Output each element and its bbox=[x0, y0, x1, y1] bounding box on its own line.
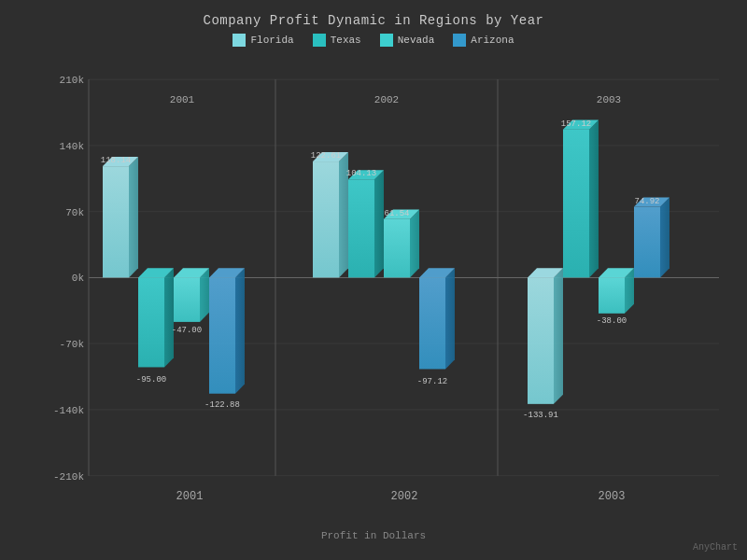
x-axis-label: Profit in Dollars bbox=[0, 530, 747, 541]
svg-marker-21 bbox=[129, 157, 138, 277]
chart-legend: Florida Texas Nevada Arizona bbox=[0, 34, 747, 47]
svg-text:-38.00: -38.00 bbox=[597, 315, 627, 326]
legend-color-texas bbox=[313, 34, 326, 47]
legend-color-nevada bbox=[380, 34, 393, 47]
svg-text:2001: 2001 bbox=[170, 94, 195, 105]
svg-text:157.12: 157.12 bbox=[561, 119, 591, 129]
svg-marker-59 bbox=[589, 120, 599, 278]
svg-rect-49 bbox=[419, 277, 445, 369]
svg-marker-55 bbox=[554, 268, 563, 404]
svg-text:122.61: 122.61 bbox=[311, 150, 341, 161]
svg-text:-210k: -210k bbox=[53, 471, 84, 483]
svg-marker-50 bbox=[445, 268, 455, 369]
svg-text:118.14: 118.14 bbox=[101, 155, 131, 165]
svg-marker-42 bbox=[374, 170, 384, 277]
svg-text:-133.91: -133.91 bbox=[523, 410, 558, 420]
chart-plot-area: 210k 140k 70k 0k -70k -140k -210k 2001 2… bbox=[51, 70, 719, 504]
svg-text:104.13: 104.13 bbox=[346, 168, 376, 178]
svg-text:70k: 70k bbox=[65, 207, 84, 218]
chart-svg: 210k 140k 70k 0k -70k -140k -210k 2001 2… bbox=[51, 70, 719, 504]
svg-rect-20 bbox=[103, 166, 129, 277]
svg-text:-95.00: -95.00 bbox=[136, 374, 166, 385]
svg-text:-140k: -140k bbox=[53, 405, 84, 416]
chart-container: Company Profit Dynamic in Regions by Yea… bbox=[0, 0, 747, 560]
svg-rect-54 bbox=[528, 277, 554, 403]
svg-text:2002: 2002 bbox=[374, 94, 399, 105]
svg-text:-97.12: -97.12 bbox=[417, 376, 447, 386]
legend-color-florida bbox=[233, 34, 246, 47]
svg-text:2001: 2001 bbox=[176, 490, 204, 503]
svg-text:-122.88: -122.88 bbox=[204, 399, 240, 410]
legend-item-arizona: Arizona bbox=[453, 34, 514, 47]
chart-title: Company Profit Dynamic in Regions by Yea… bbox=[0, 0, 747, 28]
svg-marker-25 bbox=[164, 268, 174, 367]
svg-text:2002: 2002 bbox=[391, 490, 418, 503]
svg-rect-37 bbox=[313, 161, 339, 277]
svg-text:74.92: 74.92 bbox=[635, 195, 660, 205]
svg-rect-66 bbox=[634, 207, 660, 278]
svg-text:210k: 210k bbox=[60, 75, 85, 86]
legend-label-texas: Texas bbox=[331, 35, 361, 46]
svg-text:-70k: -70k bbox=[60, 339, 85, 350]
legend-item-texas: Texas bbox=[313, 34, 361, 47]
anychart-watermark: AnyChart bbox=[693, 542, 738, 553]
svg-text:2003: 2003 bbox=[599, 490, 626, 503]
svg-marker-33 bbox=[235, 268, 245, 393]
svg-rect-41 bbox=[348, 179, 374, 277]
legend-label-nevada: Nevada bbox=[398, 35, 435, 46]
svg-marker-67 bbox=[660, 197, 669, 277]
legend-item-florida: Florida bbox=[233, 34, 293, 47]
legend-color-arizona bbox=[453, 34, 466, 47]
svg-marker-46 bbox=[410, 210, 419, 278]
svg-text:140k: 140k bbox=[60, 141, 85, 152]
legend-item-nevada: Nevada bbox=[380, 34, 435, 47]
svg-text:0k: 0k bbox=[72, 273, 85, 284]
svg-rect-62 bbox=[599, 277, 625, 313]
svg-marker-29 bbox=[200, 268, 209, 322]
svg-text:61.54: 61.54 bbox=[385, 208, 410, 218]
svg-rect-28 bbox=[174, 277, 200, 322]
svg-rect-32 bbox=[209, 277, 235, 393]
legend-label-florida: Florida bbox=[250, 35, 293, 46]
svg-rect-45 bbox=[384, 219, 410, 278]
legend-label-arizona: Arizona bbox=[471, 35, 514, 46]
svg-rect-24 bbox=[138, 277, 164, 367]
svg-text:2003: 2003 bbox=[597, 94, 621, 105]
svg-text:-47.00: -47.00 bbox=[172, 325, 202, 335]
svg-rect-58 bbox=[563, 130, 589, 278]
